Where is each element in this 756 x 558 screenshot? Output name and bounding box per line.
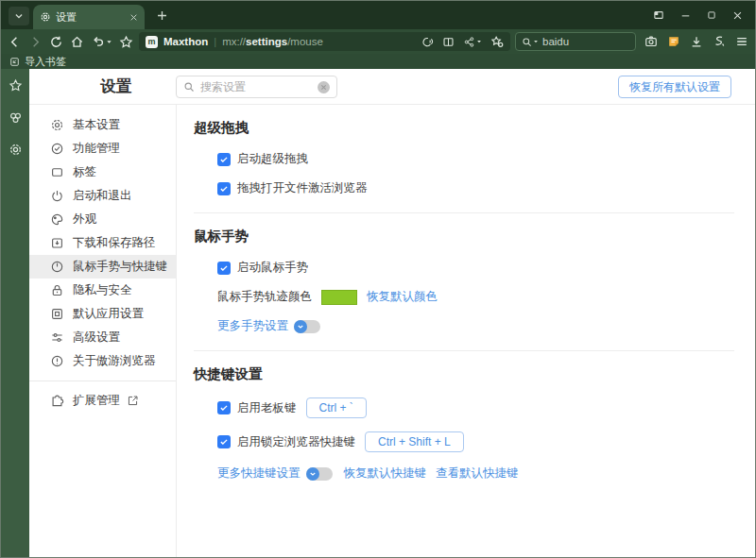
tab-list-button[interactable]	[9, 7, 29, 25]
setting-row: 更多快捷键设置 恢复默认快捷键 查看默认快捷键	[217, 465, 734, 482]
sidebar-item-label: 功能管理	[73, 141, 120, 157]
palette-icon	[50, 212, 64, 227]
favorites-star-icon[interactable]	[9, 78, 23, 93]
note-icon[interactable]	[667, 35, 680, 48]
undo-button[interactable]	[91, 35, 112, 49]
boss-key-input[interactable]: Ctrl + `	[306, 397, 367, 418]
sidebar-item-extensions[interactable]: 扩展管理	[29, 389, 176, 413]
trail-color-swatch[interactable]	[321, 290, 357, 305]
more-hotkey-settings-link[interactable]: 更多快捷键设置	[217, 465, 301, 482]
section-title-hotkeys: 快捷键设置	[194, 365, 734, 383]
clear-search-icon[interactable]	[318, 81, 330, 93]
close-icon	[129, 13, 138, 22]
sidebar-item-privacy-security[interactable]: 隐私与安全	[29, 279, 176, 302]
section-divider	[194, 212, 734, 213]
brand-name: Maxthon	[163, 36, 208, 47]
reader-mode-icon[interactable]	[442, 36, 455, 48]
passkeeper-icon[interactable]	[9, 110, 23, 125]
window-controls	[653, 9, 755, 21]
tab-close-button[interactable]	[129, 13, 138, 22]
checkbox-enable-lock-hotkey[interactable]	[217, 435, 231, 448]
sidebar-item-label: 下载和保存路径	[73, 235, 156, 251]
home-button[interactable]	[70, 35, 84, 49]
sidebar-item-basic[interactable]: 基本设置	[29, 113, 176, 137]
menu-hamburger-icon[interactable]	[735, 35, 748, 48]
minimize-button[interactable]	[680, 10, 691, 21]
checkbox-label: 拖拽打开文件激活浏览器	[237, 180, 368, 196]
favorites-star-button[interactable]	[119, 35, 133, 49]
new-tab-button[interactable]	[156, 9, 168, 22]
puzzle-icon	[50, 394, 64, 408]
import-bookmarks-icon	[9, 57, 20, 67]
sidebar-item-about[interactable]: 关于傲游浏览器	[29, 349, 176, 373]
address-bar-actions	[421, 35, 504, 48]
address-separator: |	[214, 36, 216, 47]
sidebar-item-download-path[interactable]: 下载和保存路径	[29, 231, 176, 255]
check-icon	[219, 155, 229, 164]
sidebar-item-startup-exit[interactable]: 启动和退出	[29, 184, 176, 208]
sidebar-item-tabs[interactable]: 标签	[29, 161, 176, 184]
screenshot-camera-icon[interactable]	[644, 35, 658, 48]
power-icon	[50, 189, 64, 203]
sidebar-item-features[interactable]: 功能管理	[29, 137, 176, 161]
restore-all-defaults-button[interactable]: 恢复所有默认设置	[618, 76, 731, 98]
tab-settings[interactable]: 设置	[33, 5, 145, 29]
search-icon	[522, 37, 532, 47]
restore-default-hotkeys-link[interactable]: 恢复默认快捷键	[344, 465, 427, 482]
address-bar[interactable]: m Maxthon | mx://settings/mouse	[139, 32, 510, 51]
search-icon	[183, 81, 195, 93]
checkbox-label: 启用老板键	[237, 400, 297, 416]
sidebar-item-label: 启动和退出	[73, 188, 132, 204]
tab-title: 设置	[56, 10, 129, 25]
mouse-gesture-icon	[50, 260, 64, 274]
plus-icon	[156, 9, 168, 22]
setting-row: 拖拽打开文件激活浏览器	[217, 180, 734, 196]
sidebar-item-appearance[interactable]: 外观	[29, 208, 176, 231]
settings-search-input[interactable]: 搜索设置	[176, 76, 337, 98]
restore-default-color-link[interactable]: 恢复默认颜色	[367, 289, 438, 305]
boost-swirl-icon[interactable]	[713, 35, 726, 48]
checkbox-drag-open-file[interactable]	[217, 182, 231, 195]
setting-row: 更多手势设置	[217, 318, 734, 334]
import-bookmarks-button[interactable]: 导入书签	[25, 55, 66, 69]
sliders-icon	[50, 330, 64, 345]
more-gesture-settings-link[interactable]: 更多手势设置	[217, 318, 288, 334]
more-gesture-settings-toggle[interactable]	[294, 320, 320, 333]
checkbox-enable-super-drag[interactable]	[217, 153, 231, 166]
sidebar-item-mouse-hotkeys[interactable]: 鼠标手势与快捷键	[29, 255, 176, 279]
checkbox-enable-mouse-gesture[interactable]	[217, 262, 231, 275]
forward-button[interactable]	[28, 35, 43, 49]
back-button[interactable]	[8, 35, 22, 49]
settings-gear-icon[interactable]	[9, 143, 23, 157]
sidebar-item-label: 隐私与安全	[73, 282, 132, 298]
sidebar-item-label: 鼠标手势与快捷键	[73, 259, 167, 275]
check-icon	[219, 184, 229, 194]
search-engine-name: baidu	[542, 36, 569, 47]
toolbar-actions	[644, 35, 748, 48]
more-hotkey-settings-toggle[interactable]	[306, 467, 333, 481]
view-default-hotkeys-link[interactable]: 查看默认快捷键	[436, 465, 519, 482]
settings-nav: 基本设置 功能管理 标签 启动和退出	[29, 105, 176, 557]
quick-search-box[interactable]: baidu	[515, 32, 636, 51]
lock-hotkey-input[interactable]: Ctrl + Shift + L	[365, 431, 464, 452]
boss-layout-button[interactable]	[653, 9, 664, 21]
sidebar-item-advanced[interactable]: 高级设置	[29, 326, 176, 349]
checkbox-enable-boss-key[interactable]	[217, 401, 231, 414]
reload-button[interactable]	[49, 35, 63, 49]
checkbox-label: 启动超级拖拽	[237, 151, 308, 167]
browser-window: 设置 m Maxthon | mx://setti	[0, 0, 756, 558]
sidebar-item-label: 标签	[73, 164, 96, 180]
chevron-down-icon	[14, 11, 24, 21]
add-favorite-icon[interactable]	[490, 35, 504, 48]
read-aloud-icon[interactable]	[421, 36, 434, 48]
maximize-button[interactable]	[707, 10, 716, 20]
side-app-strip	[1, 69, 29, 557]
search-placeholder: 搜索设置	[200, 79, 246, 95]
nav-divider	[29, 380, 176, 381]
sidebar-item-default-apps[interactable]: 默认应用设置	[29, 302, 176, 326]
close-window-button[interactable]	[732, 10, 743, 21]
info-icon	[50, 354, 64, 368]
download-icon[interactable]	[690, 35, 703, 48]
circle-check-icon	[50, 142, 64, 156]
share-icon[interactable]	[463, 36, 482, 48]
